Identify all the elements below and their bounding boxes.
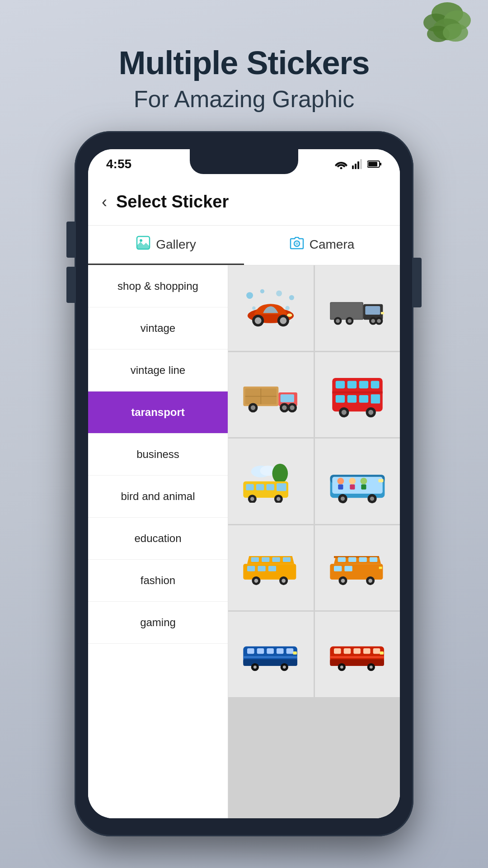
svg-rect-13 bbox=[380, 163, 381, 165]
svg-rect-75 bbox=[256, 484, 264, 490]
category-gaming[interactable]: gaming bbox=[88, 602, 228, 644]
svg-rect-90 bbox=[361, 485, 366, 490]
gallery-label: Gallery bbox=[156, 237, 196, 252]
category-shop[interactable]: shop & shopping bbox=[88, 265, 228, 307]
sticker-school-bus[interactable] bbox=[228, 439, 314, 524]
svg-rect-58 bbox=[359, 381, 368, 388]
category-taransport[interactable]: taransport bbox=[88, 392, 228, 434]
svg-point-72 bbox=[272, 463, 288, 483]
svg-point-28 bbox=[280, 317, 287, 324]
app-content: ‹ Select Sticker Gallery bbox=[88, 179, 400, 818]
svg-point-85 bbox=[337, 478, 344, 485]
svg-point-23 bbox=[286, 306, 290, 310]
svg-point-5 bbox=[443, 24, 468, 42]
svg-point-26 bbox=[255, 317, 262, 324]
svg-rect-9 bbox=[357, 161, 359, 169]
svg-rect-91 bbox=[378, 479, 383, 482]
svg-rect-112 bbox=[359, 557, 366, 561]
category-bird-animal[interactable]: bird and animal bbox=[88, 476, 228, 518]
svg-point-144 bbox=[340, 665, 343, 669]
header-section: Multiple Stickers For Amazing Graphic bbox=[0, 45, 488, 113]
svg-point-133 bbox=[283, 665, 286, 669]
volume-buttons bbox=[66, 222, 75, 303]
svg-rect-98 bbox=[262, 557, 269, 561]
svg-rect-101 bbox=[247, 566, 255, 571]
svg-rect-33 bbox=[365, 306, 380, 315]
category-vintage[interactable]: vintage bbox=[88, 307, 228, 349]
content-area: shop & shopping vintage vintage line tar… bbox=[88, 265, 400, 818]
svg-rect-114 bbox=[334, 566, 342, 571]
sticker-minivan-blue[interactable] bbox=[228, 525, 314, 611]
volume-down bbox=[66, 267, 75, 303]
main-subtitle: For Amazing Graphic bbox=[0, 85, 488, 113]
svg-rect-126 bbox=[277, 648, 284, 654]
sticker-double-decker[interactable] bbox=[315, 352, 400, 438]
svg-rect-77 bbox=[277, 483, 286, 491]
tabs-row: Gallery Camera bbox=[88, 226, 400, 265]
volume-up bbox=[66, 222, 75, 258]
wifi-icon bbox=[335, 159, 347, 169]
svg-rect-10 bbox=[360, 159, 362, 169]
svg-rect-123 bbox=[247, 648, 254, 654]
back-button[interactable]: ‹ bbox=[102, 193, 107, 212]
svg-rect-136 bbox=[334, 648, 341, 654]
signal-icon bbox=[352, 159, 363, 169]
svg-point-95 bbox=[370, 497, 374, 501]
svg-rect-64 bbox=[371, 394, 380, 403]
svg-rect-100 bbox=[283, 557, 291, 561]
category-fashion[interactable]: fashion bbox=[88, 560, 228, 602]
svg-rect-140 bbox=[373, 648, 380, 654]
svg-point-120 bbox=[368, 579, 372, 583]
svg-rect-88 bbox=[350, 485, 355, 490]
svg-point-118 bbox=[341, 579, 345, 583]
svg-point-21 bbox=[289, 295, 294, 300]
svg-rect-116 bbox=[379, 566, 382, 569]
app-header: ‹ Select Sticker bbox=[88, 179, 400, 226]
svg-rect-115 bbox=[344, 566, 352, 571]
svg-rect-128 bbox=[244, 656, 298, 658]
svg-point-68 bbox=[368, 410, 373, 415]
svg-rect-135 bbox=[330, 660, 384, 666]
power-button bbox=[413, 258, 422, 307]
svg-rect-103 bbox=[268, 566, 276, 571]
sticker-bus-blue-long[interactable] bbox=[228, 612, 314, 697]
category-education[interactable]: education bbox=[88, 518, 228, 560]
category-business[interactable]: business bbox=[88, 434, 228, 476]
svg-point-35 bbox=[336, 319, 340, 323]
sticker-minivan-orange[interactable] bbox=[315, 525, 400, 611]
tab-camera[interactable]: Camera bbox=[244, 226, 400, 265]
tab-gallery[interactable]: Gallery bbox=[88, 226, 244, 265]
sticker-bus-red-long[interactable] bbox=[315, 612, 400, 697]
svg-point-22 bbox=[252, 307, 255, 310]
svg-rect-62 bbox=[347, 395, 356, 403]
svg-point-107 bbox=[282, 579, 286, 583]
svg-point-54 bbox=[290, 406, 295, 410]
svg-rect-124 bbox=[257, 648, 264, 654]
svg-point-93 bbox=[341, 497, 345, 501]
svg-rect-141 bbox=[330, 656, 384, 658]
camera-icon bbox=[290, 236, 304, 253]
svg-rect-97 bbox=[251, 557, 259, 561]
sticker-bus-people[interactable] bbox=[315, 439, 400, 524]
svg-rect-110 bbox=[338, 557, 345, 561]
status-time: 4:55 bbox=[106, 157, 131, 171]
sticker-delivery-truck[interactable] bbox=[228, 352, 314, 438]
phone-frame: 4:55 bbox=[75, 131, 413, 836]
svg-rect-31 bbox=[331, 303, 362, 319]
gallery-icon bbox=[136, 236, 150, 254]
svg-point-19 bbox=[260, 289, 264, 293]
notch bbox=[190, 149, 298, 174]
svg-rect-61 bbox=[335, 395, 344, 403]
sticker-sports-car[interactable] bbox=[228, 265, 314, 351]
sticker-semi-truck[interactable] bbox=[315, 265, 400, 351]
svg-rect-138 bbox=[353, 648, 361, 654]
category-list: shop & shopping vintage vintage line tar… bbox=[88, 265, 228, 818]
svg-rect-48 bbox=[281, 395, 294, 402]
svg-rect-111 bbox=[348, 557, 356, 561]
svg-point-17 bbox=[296, 242, 298, 245]
svg-rect-113 bbox=[370, 557, 377, 561]
svg-point-87 bbox=[349, 478, 356, 485]
category-vintage-line[interactable]: vintage line bbox=[88, 349, 228, 392]
svg-rect-129 bbox=[293, 651, 297, 655]
svg-point-18 bbox=[246, 292, 253, 299]
